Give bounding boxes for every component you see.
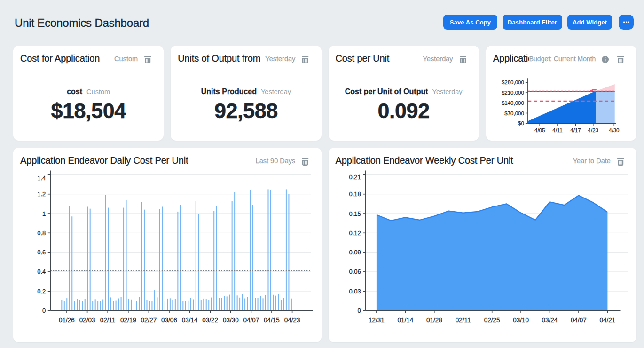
- svg-text:0.21: 0.21: [349, 174, 361, 181]
- svg-text:0: 0: [42, 307, 46, 314]
- svg-text:01/14: 01/14: [397, 316, 413, 324]
- svg-text:12/31: 12/31: [369, 316, 385, 324]
- svg-text:4/17: 4/17: [570, 127, 581, 133]
- svg-text:$70,000: $70,000: [504, 111, 524, 116]
- svg-text:0.03: 0.03: [349, 288, 361, 295]
- svg-text:03/10: 03/10: [513, 316, 529, 324]
- svg-text:1.2: 1.2: [37, 190, 46, 198]
- svg-text:$140,000: $140,000: [502, 100, 524, 106]
- svg-text:0.4: 0.4: [37, 268, 46, 275]
- svg-text:0.2: 0.2: [37, 288, 46, 295]
- svg-text:4/11: 4/11: [552, 127, 563, 133]
- svg-text:4/30: 4/30: [609, 127, 619, 133]
- svg-text:$0: $0: [518, 120, 524, 126]
- svg-text:04/07: 04/07: [571, 316, 587, 324]
- svg-text:0.8: 0.8: [37, 229, 46, 237]
- svg-text:04/07: 04/07: [243, 316, 259, 324]
- svg-text:0.18: 0.18: [349, 190, 361, 198]
- svg-text:0.09: 0.09: [349, 249, 361, 256]
- svg-text:$210,000: $210,000: [502, 90, 524, 95]
- svg-text:0.15: 0.15: [349, 210, 361, 217]
- svg-text:1: 1: [42, 210, 46, 217]
- svg-text:4/23: 4/23: [588, 127, 598, 133]
- svg-text:03/24: 03/24: [542, 316, 558, 324]
- svg-text:03/06: 03/06: [161, 316, 177, 324]
- svg-text:02/25: 02/25: [484, 316, 500, 324]
- svg-text:01/26: 01/26: [59, 316, 75, 324]
- svg-text:0.12: 0.12: [349, 229, 361, 237]
- svg-text:1.4: 1.4: [37, 174, 46, 182]
- svg-text:$280,000: $280,000: [502, 79, 524, 85]
- svg-text:4/05: 4/05: [534, 127, 545, 133]
- svg-text:0: 0: [357, 307, 361, 314]
- svg-text:02/19: 02/19: [120, 316, 136, 324]
- svg-text:02/03: 02/03: [79, 316, 95, 324]
- svg-text:03/30: 03/30: [223, 316, 239, 324]
- svg-text:03/22: 03/22: [202, 316, 218, 324]
- svg-text:02/27: 02/27: [141, 316, 157, 324]
- svg-text:0.6: 0.6: [37, 249, 46, 256]
- svg-text:02/11: 02/11: [455, 316, 471, 324]
- svg-text:0.06: 0.06: [349, 268, 361, 275]
- svg-text:04/15: 04/15: [264, 316, 280, 324]
- svg-text:04/23: 04/23: [284, 316, 300, 324]
- svg-text:01/28: 01/28: [426, 316, 442, 324]
- svg-text:03/14: 03/14: [182, 316, 198, 324]
- svg-text:04/21: 04/21: [599, 316, 615, 324]
- svg-text:02/11: 02/11: [100, 316, 116, 324]
